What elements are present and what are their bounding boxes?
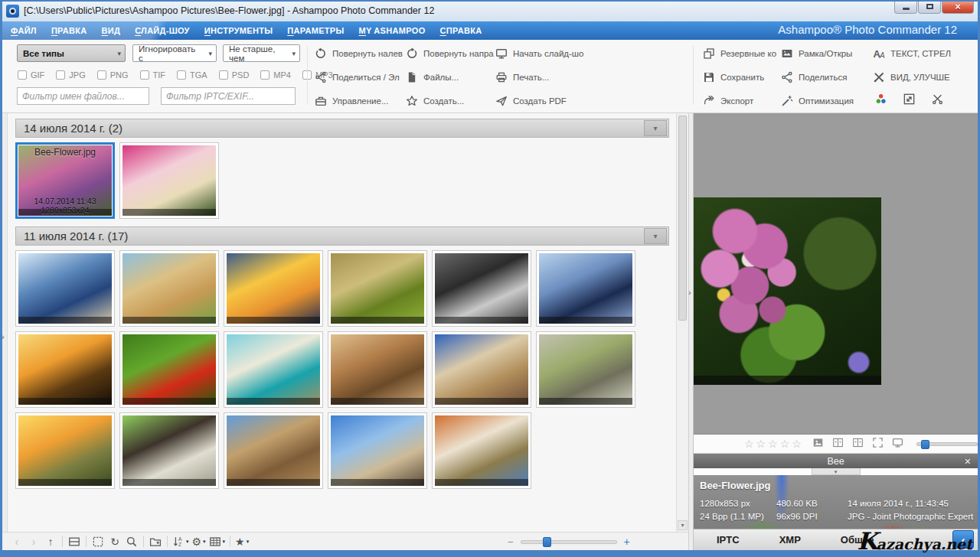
menu-item[interactable]: ИНСТРУМЕНТЫ [204, 26, 273, 35]
menu-item[interactable]: ФАЙЛ [11, 26, 37, 35]
preview-zoom-slider[interactable] [916, 442, 978, 446]
optimize-button[interactable]: Оптимизация [779, 95, 871, 107]
thumbnail-hanging-hats[interactable] [119, 250, 219, 327]
filetype-checkbox-mp4[interactable]: MP4 [260, 70, 291, 80]
thumbnail-harbor-town[interactable] [224, 331, 323, 408]
start-slideshow-button[interactable]: Начать слайд-шо [494, 47, 586, 60]
rating-stars[interactable]: ☆☆☆☆☆ [744, 438, 804, 450]
rotate-left-button[interactable]: Повернуть налев [313, 47, 404, 60]
view-improve-button[interactable]: ВИД, УЛУЧШЕ [871, 71, 980, 83]
menu-item[interactable]: ПРАВКА [51, 26, 87, 35]
thumbnail-red-berries[interactable] [119, 331, 219, 408]
scroll-down-button[interactable]: ▾ [678, 520, 688, 530]
new-folder-button[interactable] [147, 534, 164, 549]
thumbnail-bee-flower[interactable]: Bee-Flower.jpg14.07.2014 11:431280x853x2… [15, 142, 115, 219]
thumbnail-snail-grass[interactable] [536, 331, 635, 408]
close-button[interactable]: × [942, 0, 974, 14]
view-mode-button[interactable]: ▾ [207, 534, 227, 549]
filetype-checkbox-tif[interactable]: TIF [140, 70, 166, 80]
imgbox-icon [812, 437, 824, 448]
second-monitor-button[interactable] [892, 437, 903, 451]
compare-two-button[interactable] [832, 437, 844, 451]
frame-open-button[interactable]: Рамка/Откры [779, 47, 871, 60]
share-email-button[interactable]: Поделиться / Эл [313, 71, 404, 83]
zoom-tool-button[interactable] [123, 534, 140, 549]
age-dropdown[interactable]: Не старше, чем ▾ [223, 44, 300, 62]
thumbnail-sunset-window[interactable] [224, 250, 323, 327]
thumbnail-cat-resting[interactable] [119, 412, 219, 489]
slider-handle[interactable] [543, 537, 551, 547]
zoom-in-icon[interactable]: + [624, 536, 630, 548]
scrollbar-thumb[interactable] [678, 116, 687, 321]
close-icon[interactable]: × [965, 454, 971, 468]
maximize-button[interactable] [918, 0, 941, 14]
thumbnail-sunset-silhouette[interactable] [15, 331, 115, 408]
menu-item[interactable]: СЛАЙД-ШОУ [135, 26, 190, 35]
sort-order-button[interactable]: ▾ [171, 534, 191, 549]
ignore-dropdown[interactable]: Игнорировать с ▾ [132, 44, 217, 62]
print-button[interactable]: Печать... [494, 71, 586, 83]
filetype-checkbox-png[interactable]: PNG [97, 70, 129, 80]
filetype-checkbox-gif[interactable]: GIF [18, 70, 44, 80]
color-adjust-button[interactable] [874, 93, 887, 109]
folder-up-button[interactable]: ↑ [42, 534, 59, 549]
tab-xmp[interactable]: XMP [779, 534, 801, 546]
vertical-scrollbar[interactable]: ▾ [676, 113, 688, 532]
nav-forward-button[interactable]: › [25, 534, 42, 549]
info-collapse-tab[interactable]: ▾ [812, 468, 861, 475]
app-icon[interactable] [6, 5, 19, 18]
settings-button[interactable]: ⚙▾ [191, 534, 207, 549]
thumbnail-bridge-statues[interactable] [328, 412, 427, 489]
export-button[interactable]: Экспорт [701, 95, 779, 107]
thumbnail-canyon-ruins[interactable] [328, 331, 427, 408]
share-button[interactable]: Поделиться [779, 71, 871, 83]
select-mode-button[interactable] [90, 534, 106, 549]
backup-copies-button[interactable]: Резервные ко [701, 47, 779, 60]
preview-toggle-button[interactable] [812, 437, 824, 451]
rotate-right-button[interactable]: Повернуть напра [404, 47, 494, 60]
compare-grid-button[interactable] [852, 437, 864, 451]
text-arrows-button[interactable]: ТЕКСТ, СТРЕЛ [871, 47, 980, 60]
thumbnail-blue-lantern[interactable] [15, 250, 115, 327]
thumbnail-wooden-building[interactable] [224, 412, 323, 489]
menu-item[interactable]: ПАРАМЕТРЫ [287, 26, 344, 35]
save-button[interactable]: Сохранить [701, 71, 779, 83]
group-collapse-button[interactable]: ▾ [644, 120, 667, 136]
menu-item[interactable]: ВИД [102, 26, 121, 35]
rating-filter-button[interactable]: ★▾ [234, 534, 250, 549]
refresh-button[interactable]: ↻ [106, 534, 123, 549]
thumbnail-ancient-columns[interactable] [432, 331, 531, 408]
zoom-out-icon[interactable]: − [508, 536, 514, 548]
thumbnail-sunset-field[interactable] [15, 412, 115, 489]
left-collapse-handle[interactable]: › [2, 113, 8, 550]
files-button[interactable]: Файлы... [404, 71, 494, 83]
create-button[interactable]: Создать... [404, 95, 494, 107]
filetype-checkbox-tga[interactable]: TGA [177, 70, 207, 80]
nav-back-button[interactable]: ‹ [8, 534, 25, 549]
file-type-dropdown[interactable]: Все типы ▾ [17, 44, 126, 62]
pane-splitter[interactable]: › [688, 113, 694, 550]
filename-filter-input[interactable] [17, 87, 149, 105]
fullscreen-button[interactable] [872, 437, 884, 451]
preview-zoom-handle[interactable] [921, 440, 929, 449]
minimize-button[interactable] [894, 0, 917, 14]
tab-iptc[interactable]: IPTC [717, 534, 740, 546]
menu-item[interactable]: MY ASHAMPOO [359, 26, 426, 35]
thumbnail-colonial-street[interactable] [432, 412, 531, 489]
filetype-checkbox-jpg[interactable]: JPG [56, 70, 85, 80]
thumbnail-bamboo-forest[interactable] [328, 250, 427, 327]
thumbnail-bw-kitten[interactable] [432, 250, 531, 327]
thumbnail-pink-flower-closeup[interactable] [119, 142, 219, 219]
crop-button[interactable] [931, 93, 944, 109]
group-collapse-button[interactable]: ▾ [644, 228, 667, 244]
thumbnail-sun-rays-clouds[interactable] [536, 250, 635, 327]
menu-item[interactable]: СПРАВКА [440, 26, 482, 35]
manage-button[interactable]: Управление... [313, 95, 404, 107]
iptc-filter-input[interactable] [161, 87, 296, 105]
slider-track[interactable] [521, 540, 617, 544]
resize-button[interactable] [903, 93, 916, 109]
preview-image[interactable] [694, 197, 881, 385]
split-view-button[interactable] [66, 534, 83, 549]
filetype-checkbox-psd[interactable]: PSD [219, 70, 250, 80]
create-pdf-button[interactable]: Создать PDF [494, 95, 586, 107]
